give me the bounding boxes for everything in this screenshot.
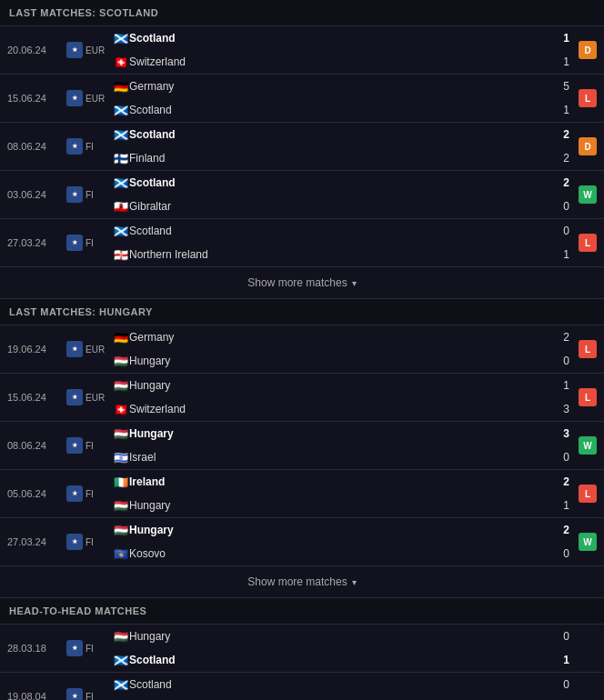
match-row: 19.06.24★EUR🇩🇪Germany🇭🇺Hungary20L bbox=[0, 325, 604, 374]
match-date: 20.06.24 bbox=[7, 45, 66, 55]
match-date-comp: 08.06.24★FI bbox=[0, 135, 109, 158]
match-date: 19.08.04 bbox=[7, 691, 66, 700]
scores-col: 22 bbox=[547, 123, 579, 170]
competition-icon: ★ bbox=[66, 341, 83, 357]
teams-col: 🇭🇺Hungary🇨🇭Switzerland bbox=[109, 374, 547, 421]
team-flag: 🏴󠁧󠁢󠁳󠁣󠁴󠁿 bbox=[113, 33, 129, 45]
team-name: Hungary bbox=[129, 499, 170, 512]
team-flag: 🇭🇺 bbox=[113, 428, 129, 440]
match-row: 27.03.24★FI🏴󠁧󠁢󠁳󠁣󠁴󠁿Scotland🏴󠁧󠁢󠁮󠁩󠁲󠁿Norther… bbox=[0, 219, 604, 267]
team-score: 1 bbox=[547, 98, 569, 122]
match-date: 19.06.24 bbox=[7, 344, 66, 355]
competition-badge: ★FI bbox=[66, 186, 94, 203]
competition-label: EUR bbox=[86, 345, 105, 355]
scotland-show-more-button[interactable]: Show more matches ▾ bbox=[0, 267, 604, 299]
result-badge: W bbox=[579, 185, 597, 204]
team-row: 🏴󠁧󠁢󠁳󠁣󠁴󠁿Scotland bbox=[109, 171, 547, 195]
competition-badge: ★EUR bbox=[66, 42, 105, 58]
team-score: 3 bbox=[547, 422, 569, 445]
match-row: 15.06.24★EUR🇭🇺Hungary🇨🇭Switzerland13L bbox=[0, 374, 604, 422]
teams-col: 🏴󠁧󠁢󠁳󠁣󠁴󠁿Scotland🇭🇺Hungary bbox=[109, 673, 547, 700]
competition-label: FI bbox=[86, 190, 94, 200]
teams-col: 🏴󠁧󠁢󠁳󠁣󠁴󠁿Scotland🏴󠁧󠁢󠁮󠁩󠁲󠁿Northern Ireland bbox=[109, 219, 547, 266]
match-date-comp: 15.06.24★EUR bbox=[0, 385, 109, 409]
match-date: 05.06.24 bbox=[7, 488, 66, 499]
competition-icon: ★ bbox=[66, 640, 83, 656]
scores-col: 13 bbox=[547, 374, 579, 421]
team-row: 🇫🇮Finland bbox=[109, 146, 547, 170]
teams-col: 🏴󠁧󠁢󠁳󠁣󠁴󠁿Scotland🇨🇭Switzerland bbox=[109, 26, 547, 74]
result-col: L bbox=[579, 485, 604, 503]
result-badge: W bbox=[579, 533, 597, 551]
team-row: 🏴󠁧󠁢󠁳󠁣󠁴󠁿Scotland bbox=[109, 648, 547, 672]
team-score: 1 bbox=[547, 50, 569, 74]
team-name: Ireland bbox=[129, 475, 165, 488]
team-row: 🏴󠁧󠁢󠁳󠁣󠁴󠁿Scotland bbox=[109, 26, 547, 50]
result-badge: L bbox=[579, 388, 597, 406]
scotland-matches: 20.06.24★EUR🏴󠁧󠁢󠁳󠁣󠁴󠁿Scotland🇨🇭Switzerland… bbox=[0, 26, 604, 267]
competition-label: EUR bbox=[86, 94, 105, 104]
result-col: W bbox=[579, 185, 604, 204]
team-row: 🇭🇺Hungary bbox=[109, 696, 547, 700]
team-row: 🇭🇺Hungary bbox=[109, 374, 547, 397]
team-flag: 🏴󠁧󠁢󠁳󠁣󠁴󠁿 bbox=[113, 225, 129, 237]
result-badge: D bbox=[579, 41, 597, 59]
team-flag: 🏴󠁧󠁢󠁳󠁣󠁴󠁿 bbox=[113, 177, 129, 189]
scores-col: 21 bbox=[547, 470, 579, 517]
result-badge: D bbox=[579, 137, 597, 155]
competition-icon: ★ bbox=[66, 485, 83, 502]
team-score: 0 bbox=[547, 542, 569, 565]
team-flag: 🇫🇮 bbox=[113, 153, 129, 165]
chevron-down-icon: ▾ bbox=[352, 278, 357, 288]
team-name: Scotland bbox=[129, 176, 176, 189]
scores-col: 01 bbox=[547, 219, 579, 266]
competition-badge: ★FI bbox=[66, 437, 94, 454]
competition-icon: ★ bbox=[66, 90, 83, 106]
scores-col: 01 bbox=[547, 625, 579, 672]
team-flag: 🇩🇪 bbox=[113, 332, 129, 344]
team-flag: 🏴󠁧󠁢󠁳󠁣󠁴󠁿 bbox=[113, 679, 129, 691]
team-score: 1 bbox=[547, 26, 569, 50]
match-date: 27.03.24 bbox=[7, 237, 66, 248]
team-score: 0 bbox=[547, 219, 569, 243]
teams-col: 🇭🇺Hungary🇮🇱Israel bbox=[109, 422, 547, 469]
match-date: 15.06.24 bbox=[7, 93, 66, 104]
competition-icon: ★ bbox=[66, 186, 83, 203]
team-row: 🇩🇪Germany bbox=[109, 75, 547, 98]
teams-col: 🇭🇺Hungary🇽🇰Kosovo bbox=[109, 518, 547, 565]
team-score: 2 bbox=[547, 123, 569, 146]
team-flag: 🇭🇺 bbox=[113, 380, 129, 392]
result-badge: L bbox=[579, 89, 597, 107]
team-name: Hungary bbox=[129, 379, 170, 392]
hungary-section: LAST MATCHES: HUNGARY 19.06.24★EUR🇩🇪Germ… bbox=[0, 299, 604, 598]
team-name: Hungary bbox=[129, 355, 170, 367]
team-flag: 🇩🇪 bbox=[113, 81, 129, 93]
team-score: 5 bbox=[547, 75, 569, 98]
competition-badge: ★FI bbox=[66, 485, 94, 502]
match-date-comp: 15.06.24★EUR bbox=[0, 86, 109, 110]
result-col: D bbox=[579, 41, 604, 59]
team-name: Hungary bbox=[129, 524, 174, 536]
teams-col: 🇩🇪Germany🇭🇺Hungary bbox=[109, 325, 547, 373]
team-score: 0 bbox=[547, 195, 569, 218]
h2h-section-header: HEAD-TO-HEAD MATCHES bbox=[0, 598, 604, 625]
team-row: 🇮🇱Israel bbox=[109, 445, 547, 469]
team-score: 1 bbox=[547, 243, 569, 266]
match-date-comp: 28.03.18★FI bbox=[0, 636, 109, 660]
competition-badge: ★EUR bbox=[66, 389, 105, 405]
match-date-comp: 20.06.24★EUR bbox=[0, 38, 109, 62]
competition-label: FI bbox=[86, 644, 94, 654]
team-flag: 🇨🇭 bbox=[113, 56, 129, 68]
match-row: 15.06.24★EUR🇩🇪Germany🏴󠁧󠁢󠁳󠁣󠁴󠁿Scotland51L bbox=[0, 75, 604, 123]
team-name: Switzerland bbox=[129, 55, 186, 68]
team-row: 🇨🇭Switzerland bbox=[109, 50, 547, 74]
team-score: 2 bbox=[547, 470, 569, 494]
competition-label: FI bbox=[86, 489, 94, 499]
scores-col: 20 bbox=[547, 325, 579, 373]
scores-col: 03 bbox=[547, 673, 579, 700]
team-score: 2 bbox=[547, 146, 569, 170]
competition-badge: ★FI bbox=[66, 138, 94, 155]
hungary-show-more-button[interactable]: Show more matches ▾ bbox=[0, 566, 604, 598]
team-name: Scotland bbox=[129, 104, 172, 116]
team-flag: 🇮🇱 bbox=[113, 452, 129, 464]
